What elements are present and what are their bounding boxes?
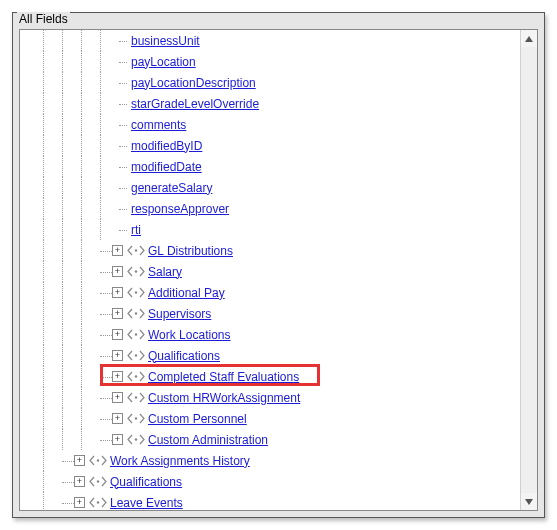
tag-icon — [127, 392, 145, 403]
tag-icon — [127, 308, 145, 319]
tag-icon — [127, 371, 145, 382]
svg-point-7 — [135, 396, 137, 398]
tag-icon — [127, 287, 145, 298]
field-link[interactable]: rti — [131, 223, 141, 237]
field-link[interactable]: Custom HRWorkAssignment — [148, 391, 300, 405]
tree-leaf: modifiedDate — [24, 156, 520, 177]
field-link[interactable]: responseApprover — [131, 202, 229, 216]
svg-point-4 — [135, 333, 137, 335]
tree-leaf: rti — [24, 219, 520, 240]
tree-leaf: responseApprover — [24, 198, 520, 219]
svg-point-12 — [97, 501, 99, 503]
tree-leaf: generateSalary — [24, 177, 520, 198]
field-link[interactable]: Additional Pay — [148, 286, 225, 300]
tree-leaf: businessUnit — [24, 30, 520, 51]
expand-icon[interactable]: + — [112, 266, 123, 277]
svg-point-6 — [135, 375, 137, 377]
tree-branch: +Salary — [24, 261, 520, 282]
all-fields-panel: All Fields businessUnitpayLocationpayLoc… — [12, 12, 545, 518]
tag-icon — [89, 497, 107, 508]
expand-icon[interactable]: + — [112, 413, 123, 424]
tree-branch: +Qualifications — [24, 471, 520, 492]
expand-icon[interactable]: + — [74, 497, 85, 508]
tree-branch: +Supervisors — [24, 303, 520, 324]
field-link[interactable]: payLocationDescription — [131, 76, 256, 90]
expand-icon[interactable]: + — [112, 371, 123, 382]
tag-icon — [127, 245, 145, 256]
tag-icon — [127, 266, 145, 277]
panel-title: All Fields — [17, 12, 70, 26]
svg-point-10 — [97, 459, 99, 461]
field-link[interactable]: comments — [131, 118, 186, 132]
expand-icon[interactable]: + — [112, 308, 123, 319]
tag-icon — [127, 329, 145, 340]
svg-point-5 — [135, 354, 137, 356]
svg-point-9 — [135, 438, 137, 440]
tree-branch: +Qualifications — [24, 345, 520, 366]
field-link[interactable]: Leave Events — [110, 496, 183, 510]
tree-branch: +Additional Pay — [24, 282, 520, 303]
scroll-down-button[interactable] — [521, 493, 537, 510]
tree-leaf: payLocationDescription — [24, 72, 520, 93]
tree-container: businessUnitpayLocationpayLocationDescri… — [19, 29, 538, 511]
tree-branch: +Custom HRWorkAssignment — [24, 387, 520, 408]
svg-point-11 — [97, 480, 99, 482]
tree-branch: +Completed Staff Evaluations — [24, 366, 520, 387]
svg-point-3 — [135, 312, 137, 314]
svg-point-2 — [135, 291, 137, 293]
field-link[interactable]: Salary — [148, 265, 182, 279]
tag-icon — [89, 476, 107, 487]
field-tree: businessUnitpayLocationpayLocationDescri… — [20, 30, 520, 510]
tree-branch: +Work Assignments History — [24, 450, 520, 471]
tag-icon — [89, 455, 107, 466]
scroll-up-button[interactable] — [521, 30, 537, 47]
vertical-scrollbar[interactable] — [520, 30, 537, 510]
tree-branch: +Custom Administration — [24, 429, 520, 450]
field-link[interactable]: modifiedDate — [131, 160, 202, 174]
field-link[interactable]: Qualifications — [110, 475, 182, 489]
field-link[interactable]: Work Assignments History — [110, 454, 250, 468]
tree-branch: +Work Locations — [24, 324, 520, 345]
tree-branch: +Leave Events — [24, 492, 520, 510]
expand-icon[interactable]: + — [74, 476, 85, 487]
tree-leaf: starGradeLevelOverride — [24, 93, 520, 114]
tree-branch: +GL Distributions — [24, 240, 520, 261]
svg-point-0 — [135, 249, 137, 251]
field-link[interactable]: Custom Personnel — [148, 412, 247, 426]
expand-icon[interactable]: + — [112, 350, 123, 361]
field-link[interactable]: Qualifications — [148, 349, 220, 363]
tree-leaf: comments — [24, 114, 520, 135]
expand-icon[interactable]: + — [112, 287, 123, 298]
field-link[interactable]: Completed Staff Evaluations — [148, 370, 299, 384]
expand-icon[interactable]: + — [112, 392, 123, 403]
expand-icon[interactable]: + — [74, 455, 85, 466]
tree-branch: +Custom Personnel — [24, 408, 520, 429]
expand-icon[interactable]: + — [112, 245, 123, 256]
svg-point-1 — [135, 270, 137, 272]
expand-icon[interactable]: + — [112, 329, 123, 340]
field-link[interactable]: generateSalary — [131, 181, 212, 195]
field-link[interactable]: Supervisors — [148, 307, 211, 321]
field-link[interactable]: Custom Administration — [148, 433, 268, 447]
field-link[interactable]: Work Locations — [148, 328, 230, 342]
field-link[interactable]: starGradeLevelOverride — [131, 97, 259, 111]
expand-icon[interactable]: + — [112, 434, 123, 445]
field-link[interactable]: GL Distributions — [148, 244, 233, 258]
tree-leaf: modifiedByID — [24, 135, 520, 156]
svg-point-8 — [135, 417, 137, 419]
field-link[interactable]: modifiedByID — [131, 139, 202, 153]
field-link[interactable]: payLocation — [131, 55, 196, 69]
tag-icon — [127, 413, 145, 424]
field-link[interactable]: businessUnit — [131, 34, 200, 48]
tag-icon — [127, 434, 145, 445]
tree-leaf: payLocation — [24, 51, 520, 72]
tag-icon — [127, 350, 145, 361]
